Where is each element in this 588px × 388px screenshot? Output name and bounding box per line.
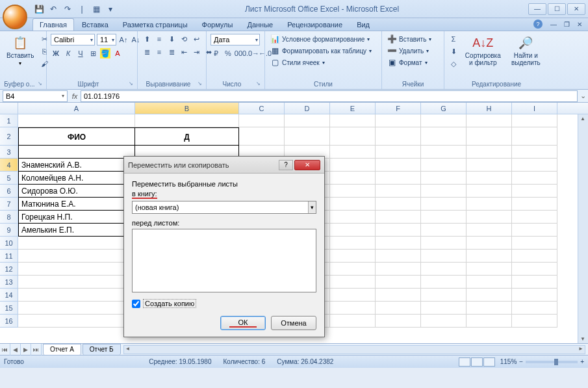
cell[interactable]: [421, 315, 467, 328]
cell[interactable]: [330, 185, 376, 198]
cell-header-date[interactable]: Д: [135, 127, 239, 146]
col-header-e[interactable]: E: [330, 103, 376, 114]
cell[interactable]: [18, 250, 135, 263]
cell[interactable]: Коломейцев А.Н.: [18, 172, 135, 185]
align-middle-icon[interactable]: ≡: [154, 34, 164, 44]
number-launcher-icon[interactable]: ↘: [256, 81, 261, 86]
to-book-combo[interactable]: (новая книга): [132, 201, 316, 214]
cell[interactable]: [18, 315, 135, 328]
cell[interactable]: [376, 289, 421, 302]
cell[interactable]: [376, 302, 421, 315]
bold-icon[interactable]: Ж: [51, 48, 61, 58]
tab-review[interactable]: Рецензирование: [281, 19, 349, 31]
cell[interactable]: [376, 146, 421, 159]
zoom-slider[interactable]: [526, 361, 578, 363]
currency-icon[interactable]: ₽: [211, 48, 221, 58]
cell[interactable]: [467, 146, 512, 159]
cell[interactable]: [421, 159, 467, 172]
row-header[interactable]: 12: [0, 263, 18, 276]
cell[interactable]: [239, 114, 285, 127]
cell[interactable]: [421, 263, 467, 276]
cell[interactable]: [330, 237, 376, 250]
cell[interactable]: [421, 237, 467, 250]
cell-styles-button[interactable]: ▢Стили ячеек▾: [269, 57, 326, 68]
cell[interactable]: [512, 289, 557, 302]
cell[interactable]: [421, 224, 467, 237]
tab-home[interactable]: Главная: [32, 18, 74, 31]
cell[interactable]: [512, 302, 557, 315]
cell-header-fio[interactable]: ФИО: [18, 127, 135, 146]
col-header-g[interactable]: G: [421, 103, 467, 114]
sheet-nav-prev-icon[interactable]: ◀: [10, 344, 21, 356]
cell[interactable]: [421, 250, 467, 263]
cell[interactable]: [18, 263, 135, 276]
cell[interactable]: [421, 114, 467, 127]
cell[interactable]: [376, 114, 421, 127]
cell[interactable]: [376, 263, 421, 276]
cell[interactable]: [512, 146, 557, 159]
row-header[interactable]: 9: [0, 224, 18, 237]
formula-input[interactable]: 01.01.1976: [81, 90, 578, 102]
cell[interactable]: [285, 127, 330, 146]
cell[interactable]: Горецкая Н.П.: [18, 211, 135, 224]
align-left-icon[interactable]: ≣: [142, 47, 152, 57]
row-header[interactable]: 11: [0, 250, 18, 263]
cell[interactable]: [467, 185, 512, 198]
percent-icon[interactable]: %: [223, 48, 233, 58]
qat-custom-icon[interactable]: ▦: [91, 4, 101, 14]
cell[interactable]: [376, 237, 421, 250]
cell[interactable]: [421, 127, 467, 146]
zoom-out-icon[interactable]: −: [519, 358, 523, 365]
cell[interactable]: [512, 276, 557, 289]
indent-inc-icon[interactable]: ⇥: [191, 47, 201, 57]
row-header[interactable]: 8: [0, 211, 18, 224]
cell[interactable]: [467, 159, 512, 172]
doc-minimize-icon[interactable]: —: [549, 19, 558, 29]
tab-layout[interactable]: Разметка страницы: [116, 19, 194, 31]
sort-filter-button[interactable]: A↓Z Сортировка и фильтр: [461, 34, 505, 68]
cell[interactable]: [376, 172, 421, 185]
tab-formulas[interactable]: Формулы: [196, 19, 240, 31]
sheet-nav-next-icon[interactable]: ▶: [21, 344, 31, 356]
cell[interactable]: [421, 198, 467, 211]
underline-icon[interactable]: Ч: [75, 48, 86, 58]
cell[interactable]: [18, 114, 135, 127]
col-header-i[interactable]: I: [512, 103, 557, 114]
row-header[interactable]: 16: [0, 315, 18, 328]
cell[interactable]: [512, 211, 557, 224]
cell[interactable]: Матюнина Е.А.: [18, 198, 135, 211]
col-header-h[interactable]: H: [467, 103, 512, 114]
clipboard-launcher-icon[interactable]: ↘: [38, 81, 42, 86]
col-header-d[interactable]: D: [285, 103, 330, 114]
cell[interactable]: [512, 185, 557, 198]
qat-dropdown-icon[interactable]: ▾: [105, 4, 116, 14]
create-copy-checkbox[interactable]: [132, 300, 140, 308]
font-launcher-icon[interactable]: ↘: [129, 81, 133, 86]
cell[interactable]: Сидорова О.Ю.: [18, 185, 135, 198]
cell[interactable]: [330, 276, 376, 289]
cell[interactable]: [376, 250, 421, 263]
cell[interactable]: [512, 237, 557, 250]
view-pagebreak-icon[interactable]: [483, 357, 495, 367]
row-header[interactable]: 7: [0, 198, 18, 211]
tab-insert[interactable]: Вставка: [75, 19, 115, 31]
align-center-icon[interactable]: ≡: [154, 47, 164, 57]
border-icon[interactable]: ⊞: [88, 48, 98, 58]
sheet-nav-first-icon[interactable]: ⏮: [0, 344, 10, 356]
cell[interactable]: [467, 237, 512, 250]
cell[interactable]: [467, 315, 512, 328]
format-cells-button[interactable]: ▣Формат▾: [386, 57, 429, 68]
cell[interactable]: [467, 289, 512, 302]
font-color-icon[interactable]: A: [112, 48, 123, 58]
cell[interactable]: [376, 198, 421, 211]
cell[interactable]: [512, 159, 557, 172]
font-size-combo[interactable]: 11: [97, 34, 116, 45]
cell[interactable]: [239, 127, 285, 146]
expand-formula-bar-icon[interactable]: ⌄: [578, 92, 588, 100]
conditional-formatting-button[interactable]: 📊Условное форматирование▾: [269, 34, 371, 44]
cell[interactable]: [467, 211, 512, 224]
cell[interactable]: Знаменский А.В.: [18, 159, 135, 172]
cell[interactable]: [376, 211, 421, 224]
cell[interactable]: [330, 127, 376, 146]
find-select-button[interactable]: 🔎 Найти и выделить: [507, 34, 544, 68]
